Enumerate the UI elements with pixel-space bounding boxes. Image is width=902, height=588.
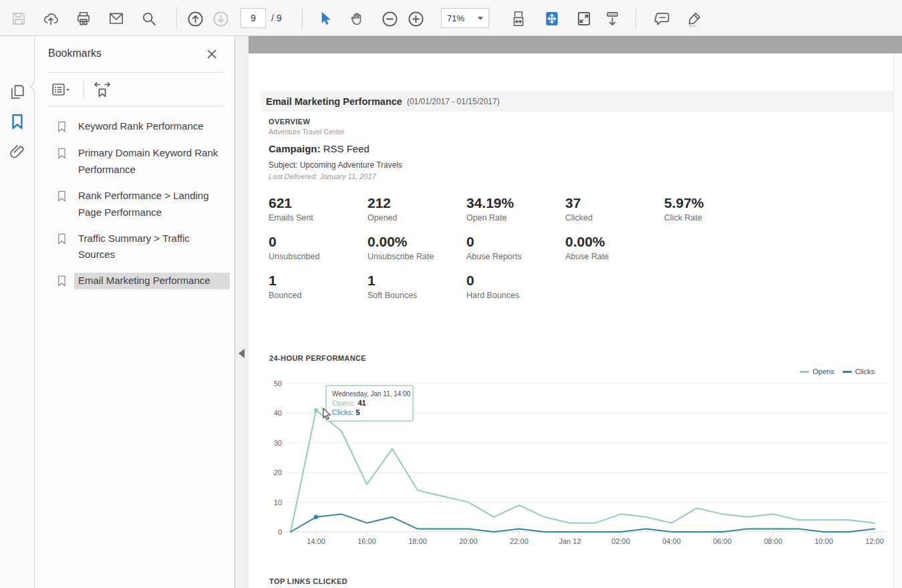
share-upload-button[interactable] [40, 8, 61, 29]
zoom-out-button[interactable] [379, 8, 400, 29]
stat-cell: 34.19%Open Rate [466, 195, 565, 223]
fit-one-page-button[interactable] [541, 8, 563, 29]
stat-cell: 0Unsubscribed [269, 234, 367, 261]
stat-label: Abuse Rate [565, 252, 664, 261]
page-thumbnails-tab[interactable] [7, 82, 28, 103]
overview-section: OVERVIEW Adventure Travel Center Campaig… [269, 118, 402, 180]
stat-cell: 0Abuse Reports [466, 234, 565, 261]
panel-splitter[interactable] [235, 36, 249, 588]
hand-tool-button[interactable] [347, 8, 368, 29]
fit-width-button[interactable] [508, 8, 529, 29]
last-delivered: Last Delivered: January 11, 2017 [269, 172, 402, 180]
account-name: Adventure Travel Center [269, 128, 402, 136]
stat-value: 0 [466, 234, 565, 249]
fullscreen-button[interactable] [573, 8, 595, 29]
bookmark-ribbon-icon [56, 233, 67, 248]
page-total-label: / 9 [271, 8, 282, 28]
bookmark-item-label: Keyword Rank Performance [74, 118, 230, 135]
select-tool-button[interactable] [314, 8, 335, 29]
report-date-range: (01/01/2017 - 01/15/2017) [407, 97, 500, 106]
svg-text:18:00: 18:00 [408, 537, 427, 545]
fit-one-page-icon [543, 10, 561, 27]
bookmark-ribbon-icon [56, 275, 67, 290]
hand-tool-icon [349, 10, 366, 27]
cloud-upload-icon [42, 10, 59, 27]
bookmark-item-label: Traffic Summary > Traffic Sources [74, 231, 230, 264]
comment-icon [653, 10, 671, 28]
highlight-button[interactable] [683, 8, 704, 29]
stat-label: Emails Sent [269, 213, 367, 223]
chevron-down-icon [478, 17, 483, 20]
zoom-level-select[interactable]: 71% [441, 8, 489, 28]
stat-label: Bounced [269, 291, 367, 300]
svg-text:40: 40 [274, 409, 282, 417]
bookmark-item[interactable]: Rank Performance > Landing Page Performa… [35, 183, 235, 226]
next-page-button[interactable] [210, 8, 231, 29]
top-links-section-title: TOP LINKS CLICKED [269, 577, 347, 585]
svg-text:12:00: 12:00 [865, 537, 884, 545]
stat-label: Click Rate [664, 213, 763, 223]
stat-value: 621 [269, 195, 367, 210]
svg-text:04:00: 04:00 [662, 537, 681, 545]
previous-page-button[interactable] [184, 8, 206, 29]
zoom-in-icon [407, 10, 425, 28]
stat-value: 0 [466, 273, 565, 288]
overview-label: OVERVIEW [269, 118, 402, 126]
stat-cell: 1Soft Bounces [367, 273, 466, 300]
page-number-input[interactable]: 9 [241, 8, 266, 28]
stat-label: Hard Bounces [466, 291, 565, 300]
search-button[interactable] [138, 8, 160, 29]
acrobat-window: 9 / 9 71% [0, 0, 902, 588]
comment-button[interactable] [651, 8, 673, 29]
bookmark-options-button[interactable] [49, 80, 72, 100]
stat-label: Opened [367, 213, 466, 223]
svg-text:30: 30 [274, 439, 282, 447]
document-canvas [249, 36, 902, 53]
svg-text:50: 50 [274, 380, 282, 388]
bookmark-item[interactable]: Traffic Summary > Traffic Sources [35, 226, 235, 269]
navigation-rail [0, 36, 35, 588]
stat-cell: 0Hard Bounces [466, 273, 565, 300]
stat-cell: 0.00%Unsubscribe Rate [367, 234, 466, 261]
stat-label: Open Rate [466, 213, 565, 223]
tooltip-clicks-label: Clicks: [332, 408, 353, 416]
select-tool-icon [316, 10, 333, 27]
stats-grid: 621Emails Sent212Opened34.19%Open Rate37… [269, 195, 763, 311]
bookmark-item[interactable]: Keyword Rank Performance [35, 114, 235, 140]
bookmarks-tab[interactable] [7, 112, 28, 133]
toolbar-divider [176, 7, 177, 29]
legend-opens: Opens [800, 368, 834, 376]
subject-line: Subject: Upcoming Adventure Travels [269, 160, 402, 170]
legend-clicks: Clicks [843, 368, 875, 376]
stat-value: 5.97% [664, 195, 763, 210]
svg-text:14:00: 14:00 [307, 537, 325, 545]
next-page-icon [212, 10, 230, 28]
stats-row: 0Unsubscribed0.00%Unsubscribe Rate0Abuse… [269, 234, 763, 261]
email-button[interactable] [106, 8, 127, 29]
vertical-scrollbar[interactable] [893, 53, 902, 588]
attachments-tab[interactable] [7, 142, 28, 163]
stat-label: Unsubscribe Rate [367, 252, 466, 261]
stats-row: 621Emails Sent212Opened34.19%Open Rate37… [269, 195, 763, 223]
tooltip-opens-value: 41 [357, 399, 365, 407]
options-list-icon [51, 81, 71, 100]
tooltip-clicks-row: Clicks:5 [332, 408, 407, 416]
bookmarks-icon [8, 112, 27, 133]
bookmark-item[interactable]: Primary Domain Keyword Rank Performance [35, 140, 235, 183]
svg-text:Jan 12: Jan 12 [559, 537, 581, 545]
clicks-legend-swatch [843, 371, 852, 373]
report-title: Email Marketing Performance [266, 96, 402, 107]
save-button[interactable] [8, 8, 29, 29]
page-fit-width-icon [510, 10, 527, 27]
expand-current-bookmark-button[interactable] [91, 80, 114, 100]
bookmark-item[interactable]: Email Marketing Performance [35, 268, 235, 295]
read-mode-icon [603, 10, 621, 28]
zoom-in-button[interactable] [405, 8, 426, 29]
tooltip-opens-label: Opens: [332, 399, 355, 407]
collapse-panel-handle[interactable] [239, 349, 245, 358]
svg-text:0: 0 [278, 528, 282, 536]
chart-section-title: 24-HOUR PERFORMANCE [269, 354, 366, 362]
read-mode-button[interactable] [601, 8, 623, 29]
close-panel-button[interactable] [204, 47, 220, 63]
print-button[interactable] [73, 8, 94, 29]
